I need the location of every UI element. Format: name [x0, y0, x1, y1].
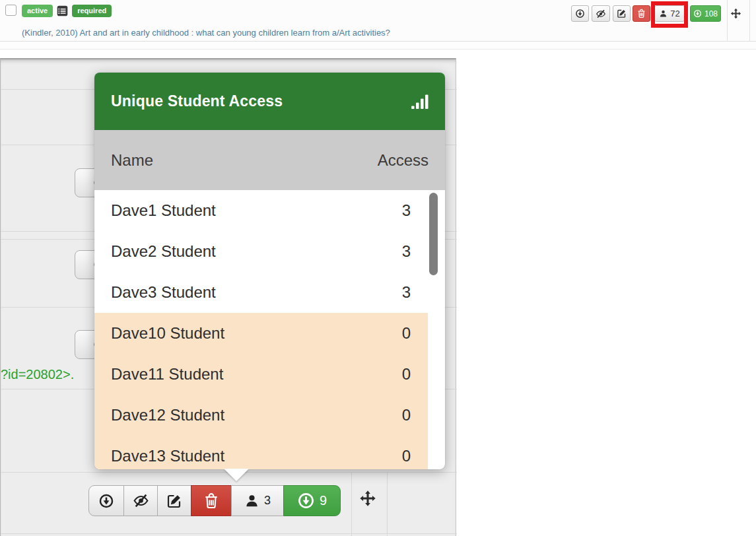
student-name: Dave1 Student: [111, 201, 216, 220]
access-count: 0: [402, 324, 411, 343]
access-count: 3: [402, 283, 411, 302]
popover-header: Unique Student Access: [94, 73, 445, 130]
access-count: 0: [402, 406, 411, 424]
column-header-name: Name: [111, 151, 153, 170]
cell-divider: [387, 472, 388, 536]
student-name: Dave12 Student: [111, 406, 224, 424]
table-row: Dave10 Student 0: [94, 313, 428, 354]
student-access-table-body: Dave1 Student 3 Dave2 Student 3 Dave3 St…: [94, 190, 445, 469]
table-header-row: Name Access: [94, 130, 445, 190]
eye-slash-icon: [596, 9, 606, 19]
circle-down-arrow-icon: [575, 9, 585, 18]
student-name: Dave3 Student: [111, 283, 216, 302]
student-access-count: 3: [264, 494, 271, 508]
cell-divider: [727, 0, 728, 41]
list-icon: [57, 5, 68, 17]
circle-down-arrow-icon: [297, 492, 315, 510]
eye-slash-icon: [133, 492, 149, 509]
time-count-button[interactable]: 108: [690, 5, 721, 22]
status-badge-required: required: [72, 5, 112, 17]
move-icon[interactable]: [730, 8, 741, 19]
table-row: Dave12 Student 0: [94, 395, 428, 436]
column-header-access: Access: [378, 151, 429, 170]
status-badge-active: active: [22, 5, 53, 17]
access-count: 0: [402, 365, 411, 384]
hide-button[interactable]: [592, 5, 610, 22]
student-access-button[interactable]: 3: [231, 485, 284, 516]
download-button[interactable]: [88, 485, 124, 516]
cell-divider: [351, 472, 352, 536]
row-checkbox[interactable]: [5, 5, 17, 16]
unique-student-access-popover: Unique Student Access Name Access Dave1 …: [94, 73, 445, 469]
citation-link[interactable]: (Kindler, 2010) Art and art in early chi…: [22, 28, 390, 38]
bar-chart-icon: [411, 94, 429, 110]
item-toolbar: 3 9: [88, 485, 341, 516]
person-icon: [244, 493, 259, 508]
student-name: Dave13 Student: [111, 447, 224, 465]
delete-button[interactable]: [633, 5, 650, 22]
edit-icon: [617, 9, 627, 18]
access-count: 3: [402, 242, 411, 261]
annotation-highlight-box: [651, 1, 688, 28]
access-count: 0: [402, 447, 411, 465]
edit-button[interactable]: [157, 485, 191, 516]
table-row: Dave11 Student 0: [94, 354, 428, 395]
scrollbar-thumb[interactable]: [429, 193, 438, 275]
circle-down-arrow-icon: [693, 9, 702, 18]
circle-down-arrow-icon: [98, 493, 114, 509]
url-fragment-link[interactable]: ?id=20802>.: [1, 367, 74, 382]
badge-group: active required: [22, 5, 112, 17]
download-button[interactable]: [571, 5, 589, 22]
time-count: 108: [704, 9, 718, 18]
trash-icon: [636, 9, 646, 18]
student-name: Dave11 Student: [111, 365, 223, 384]
move-icon[interactable]: [359, 490, 376, 507]
edit-icon: [166, 493, 182, 509]
table-row: Dave1 Student 3: [94, 190, 428, 231]
delete-button[interactable]: [191, 485, 232, 516]
cell-divider: [749, 0, 750, 41]
trash-icon: [203, 492, 220, 510]
citation-row: active required (Kindler, 2010) Art and …: [0, 0, 756, 42]
time-count: 9: [320, 493, 327, 508]
table-row: Dave13 Student 0: [94, 436, 428, 469]
table-row: Dave3 Student 3: [94, 272, 428, 313]
row-divider: [1, 533, 457, 534]
screen: active required (Kindler, 2010) Art and …: [0, 0, 756, 536]
table-row: Dave2 Student 3: [94, 231, 428, 272]
time-count-button[interactable]: 9: [283, 485, 341, 516]
hide-button[interactable]: [123, 485, 158, 516]
edit-button[interactable]: [613, 5, 631, 22]
access-count: 3: [402, 201, 411, 220]
next-row-strip: [0, 42, 756, 50]
student-name: Dave10 Student: [111, 324, 224, 343]
popover-arrow: [224, 469, 249, 481]
student-name: Dave2 Student: [111, 242, 216, 261]
popover-title: Unique Student Access: [111, 92, 283, 110]
